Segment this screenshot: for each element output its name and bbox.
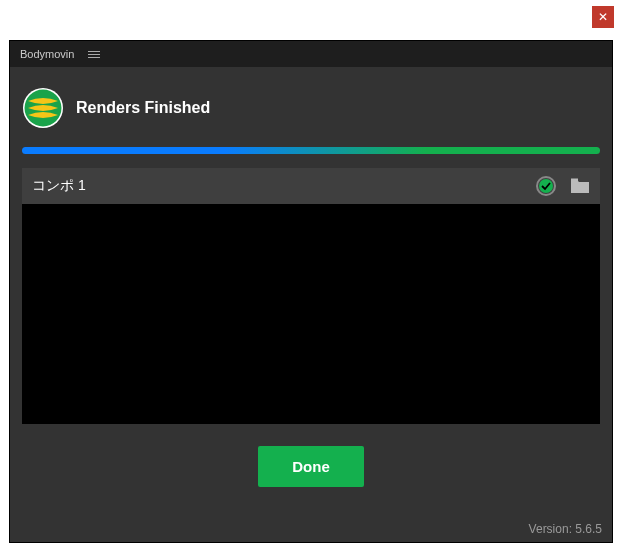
panel-titlebar: Bodymovin	[10, 41, 612, 67]
window-close-button[interactable]: ✕	[592, 6, 614, 28]
panel-title: Bodymovin	[20, 48, 74, 60]
render-item-header: コンポ 1	[22, 168, 600, 204]
close-icon: ✕	[598, 11, 608, 23]
svg-point-3	[539, 179, 553, 193]
svg-rect-4	[571, 179, 578, 182]
status-text: Renders Finished	[76, 99, 210, 117]
menu-icon[interactable]	[88, 51, 100, 58]
preview-area	[22, 204, 600, 424]
render-item: コンポ 1	[22, 168, 600, 424]
bodymovin-panel: Bodymovin Renders Finished コンポ 1	[9, 40, 613, 543]
status-success-icon[interactable]	[536, 176, 556, 196]
progress-bar	[22, 147, 600, 154]
folder-icon[interactable]	[570, 177, 590, 195]
bodymovin-logo-icon	[22, 87, 64, 129]
footer-actions: Done	[10, 446, 612, 487]
render-item-name: コンポ 1	[32, 177, 528, 195]
version-label: Version: 5.6.5	[529, 522, 602, 536]
done-button[interactable]: Done	[258, 446, 364, 487]
status-header: Renders Finished	[10, 67, 612, 143]
